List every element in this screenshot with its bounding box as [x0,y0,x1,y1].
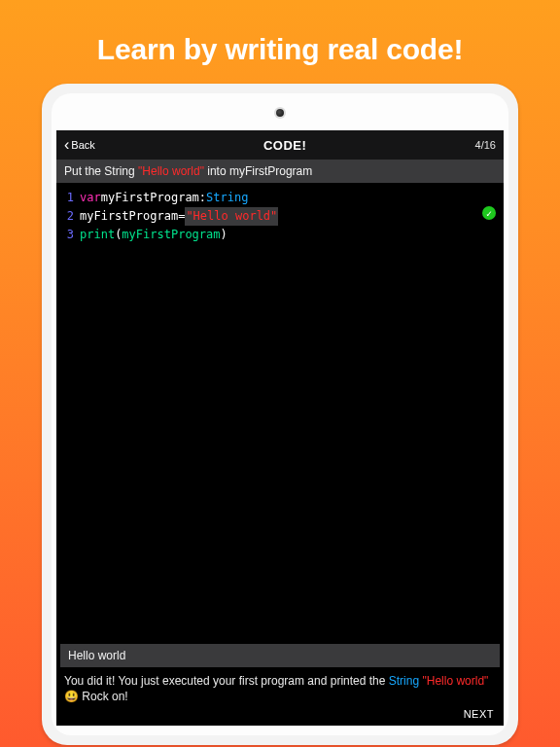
checkmark-icon: ✓ [482,206,496,220]
token-function: print [80,226,115,244]
device-bezel: ‹ Back CODE! 4/16 Put the String "Hello … [52,93,508,735]
token-string: "Hello world" [185,207,278,226]
instruction-bar: Put the String "Hello world" into myFirs… [56,160,504,183]
token-identifier: myFirstProgram [80,207,178,226]
code-line: 3 print ( myFirstProgram ) [62,226,498,244]
next-row: NEXT [56,706,504,726]
token-argument: myFirstProgram [122,226,220,244]
token-type: String [206,189,248,207]
device-frame: ‹ Back CODE! 4/16 Put the String "Hello … [42,84,518,745]
token-operator: = [178,207,185,226]
feedback-message: You did it! You just executed your first… [56,667,504,706]
code-editor[interactable]: 1 var myFirstProgram: String 2 myFirstPr… [56,183,504,644]
chevron-left-icon: ‹ [64,137,69,153]
line-number: 2 [62,207,74,226]
app-screen: ‹ Back CODE! 4/16 Put the String "Hello … [56,130,504,726]
progress-indicator: 4/16 [475,139,496,151]
feedback-text: You did it! You just executed your first… [64,674,389,688]
next-button[interactable]: NEXT [464,708,494,720]
feedback-type: String [389,674,419,688]
instruction-string: "Hello world" [138,164,204,178]
feedback-string: "Hello world" [419,674,488,688]
token-paren: ) [221,226,228,244]
token-identifier: myFirstProgram: [101,189,206,207]
token-keyword: var [80,189,101,207]
back-button[interactable]: ‹ Back [64,137,95,153]
feedback-tail: 😃 Rock on! [64,690,128,703]
console-output: Hello world [60,644,500,667]
back-label: Back [71,139,94,151]
code-line: 1 var myFirstProgram: String [62,189,498,207]
token-paren: ( [115,226,122,244]
camera-icon [276,109,284,117]
navbar-title: CODE! [263,138,306,153]
instruction-prefix: Put the String [64,164,138,178]
marketing-headline: Learn by writing real code! [97,33,463,66]
navbar: ‹ Back CODE! 4/16 [56,130,504,160]
instruction-suffix: into myFirstProgram [204,164,312,178]
line-number: 1 [62,189,74,207]
line-number: 3 [62,226,74,244]
code-line: 2 myFirstProgram = "Hello world" [62,207,498,226]
